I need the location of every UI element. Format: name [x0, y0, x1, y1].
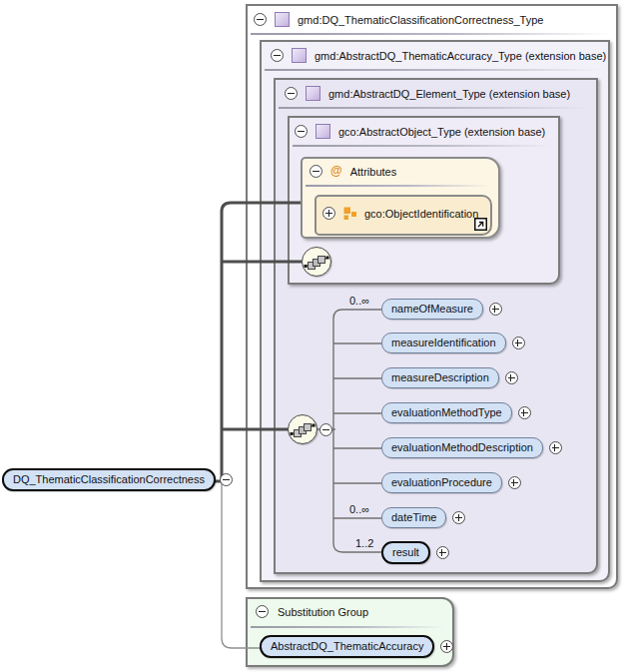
element-row-evaluationMethodType: evaluationMethodType [381, 402, 531, 423]
element-row-measureIdentification: measureIdentification [381, 333, 525, 353]
expand-icon[interactable] [489, 303, 502, 316]
element-row-measureDescription: measureDescription [381, 367, 518, 388]
sequence-icon [288, 414, 317, 444]
attribute-group-icon [343, 207, 356, 220]
substitution-group-header: Substitution Group [278, 606, 368, 618]
type-label: gmd:DQ_ThematicClassificationCorrectness… [298, 14, 543, 26]
substitution-member-pill[interactable]: AbstractDQ_ThematicAccuracy [260, 635, 434, 658]
collapse-icon[interactable] [256, 605, 269, 618]
expand-icon[interactable] [436, 546, 449, 559]
element-pill-dateTime[interactable]: dateTime [381, 507, 446, 528]
header-divider [279, 107, 589, 109]
element-row-nameOfMeasure: nameOfMeasure [381, 299, 502, 320]
attributes-header: Attributes [350, 166, 396, 178]
element-pill-evaluationMethodDescription[interactable]: evaluationMethodDescription [381, 437, 543, 458]
schema-diagram: gmd:DQ_ThematicClassificationCorrectness… [0, 0, 624, 672]
element-row-evaluationMethodDescription: evaluationMethodDescription [381, 437, 562, 458]
complex-type-icon [315, 124, 330, 139]
element-row-result: result [381, 541, 449, 564]
main-element-pill[interactable]: DQ_ThematicClassificationCorrectness [2, 468, 216, 491]
sequence-icon [302, 247, 331, 277]
type-label: gmd:AbstractDQ_ThematicAccuracy_Type (ex… [314, 50, 606, 62]
expand-icon[interactable] [505, 371, 518, 384]
expand-icon[interactable] [549, 441, 562, 454]
cardinality-label: 0..∞ [349, 503, 369, 515]
collapse-icon[interactable] [310, 165, 322, 178]
expand-icon[interactable] [440, 640, 453, 653]
expand-icon[interactable] [322, 207, 335, 220]
header-divider [265, 69, 601, 71]
collapse-icon[interactable] [220, 473, 233, 486]
attributes-icon: @ [330, 165, 342, 178]
header-divider [293, 145, 551, 147]
element-pill-measureIdentification[interactable]: measureIdentification [381, 333, 506, 353]
attribute-group-box: gco:ObjectIdentification [314, 195, 492, 236]
expand-icon[interactable] [512, 336, 525, 349]
main-element-row: DQ_ThematicClassificationCorrectness [2, 468, 233, 491]
element-pill-evaluationMethodType[interactable]: evaluationMethodType [381, 402, 512, 423]
header-divider [251, 626, 445, 628]
complex-type-icon [306, 86, 320, 101]
collapse-icon[interactable] [295, 125, 308, 138]
expand-icon[interactable] [452, 511, 465, 524]
collapse-icon[interactable] [271, 49, 284, 62]
jump-to-definition-icon[interactable] [474, 218, 487, 231]
element-pill-result[interactable]: result [381, 541, 430, 564]
header-divider [251, 33, 609, 35]
type-label: gmd:AbstractDQ_Element_Type (extension b… [328, 88, 570, 100]
expand-icon[interactable] [508, 476, 521, 489]
substitution-member-row: AbstractDQ_ThematicAccuracy [260, 635, 453, 658]
expand-icon[interactable] [518, 406, 531, 419]
element-pill-measureDescription[interactable]: measureDescription [381, 367, 499, 388]
type-label: gco:AbstractObject_Type (extension base) [338, 126, 545, 138]
attribute-group-label: gco:ObjectIdentification [364, 208, 478, 220]
collapse-icon[interactable] [285, 87, 298, 100]
header-divider [306, 185, 491, 187]
complex-type-icon [292, 48, 307, 63]
attributes-box: @ Attributes gco:ObjectIdentification [301, 157, 500, 239]
element-pill-evaluationProcedure[interactable]: evaluationProcedure [381, 472, 502, 493]
element-pill-nameOfMeasure[interactable]: nameOfMeasure [381, 299, 483, 320]
cardinality-label: 1..2 [355, 537, 373, 549]
collapse-icon[interactable] [254, 13, 267, 26]
cardinality-label: 0..∞ [349, 295, 369, 307]
complex-type-icon [275, 12, 290, 27]
element-row-dateTime: dateTime [381, 507, 465, 528]
element-row-evaluationProcedure: evaluationProcedure [381, 472, 521, 493]
collapse-icon[interactable] [319, 423, 332, 436]
